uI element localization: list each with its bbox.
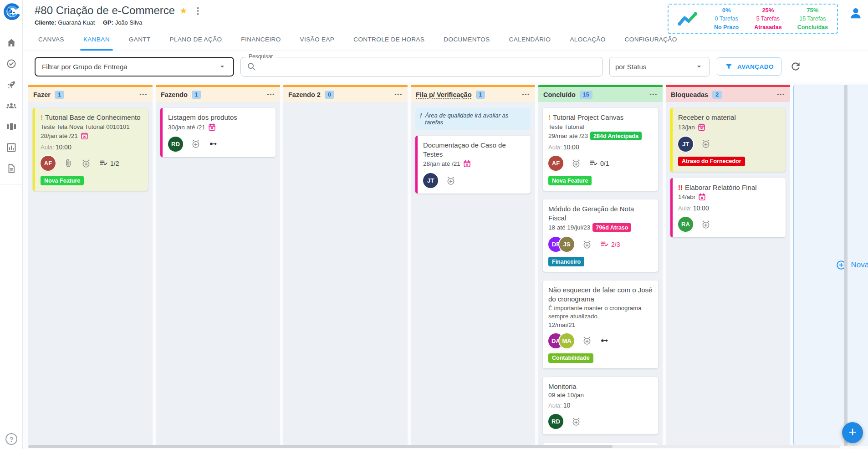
vertical-scrollbar[interactable] [844,85,848,446]
column-menu-button[interactable]: ••• [777,92,785,97]
tab-alocacao[interactable]: ALOCAÇÃO [569,29,606,51]
column-note: ! Área de qualidade irá avaliar as taref… [415,108,531,130]
gp-value: João Silva [115,19,143,26]
checklist-icon [600,240,609,249]
tab-canvas[interactable]: CANVAS [37,29,65,51]
aula-value: 10:00 [693,204,709,212]
calendar-x-icon [698,193,706,201]
priority-flag: ! [41,113,43,121]
column-header: Fila p/ Verificação 1 ••• [411,85,535,102]
tab-gantt[interactable]: GANTT [128,29,152,51]
search-input[interactable] [260,63,597,71]
add-task-fab[interactable]: + [842,422,863,443]
calendar-x-icon [80,132,89,140]
column-count-badge: 1 [192,91,201,99]
tag: Nova Feature [548,176,592,185]
app-logo-icon[interactable] [2,3,21,22]
advanced-filter-button[interactable]: AVANÇADO [717,57,781,76]
client-label: Cliente: [35,19,56,26]
task-card[interactable]: Monitoria 09 até 10/jan Aula:10 RD [543,377,658,435]
stat-done: 75% 15 Tarefas Concluídas [797,6,828,32]
alarm-add-icon[interactable] [582,336,592,346]
column-header: Fazendo 2 0 ••• [283,85,408,102]
column-count-badge: 1 [55,91,64,99]
tab-kanban[interactable]: KANBAN [82,29,111,51]
tab-configuracao[interactable]: CONFIGURAÇÃO [624,29,678,51]
task-card[interactable]: !Tutorial Project Canvas Teste Tutorial … [543,108,658,191]
home-icon[interactable] [6,37,17,48]
card-date: 18 até 19/jul/23 [548,224,590,231]
tab-controle-de-horas[interactable]: CONTROLE DE HORAS [352,29,425,51]
column-fazendo: Fazendo 1 ••• Listagem dos produtos 30/j… [156,85,280,445]
tab-calendario[interactable]: CALENDÁRIO [508,29,552,51]
column-menu-button[interactable]: ••• [394,92,403,97]
alarm-add-icon[interactable] [81,158,91,168]
dependency-icon [209,139,219,149]
favorite-star-icon[interactable]: ★ [179,5,187,16]
column-menu-button[interactable]: ••• [649,92,658,97]
aula-label: Aula: [678,205,692,212]
filter-bar: Filtrar por Grupo de Entrega Pesquisar p… [35,56,868,77]
tab-financeiro[interactable]: FINANCEIRO [240,29,281,51]
add-list-button[interactable]: Nova L [836,260,868,270]
card-title: Módulo de Geração de Nota Fiscal [548,204,653,222]
aula-value: 10:00 [56,143,71,151]
help-icon[interactable]: ? [5,433,17,445]
task-card[interactable]: !Tutorial Base de Conhecimento Teste Tel… [33,108,148,191]
checklist-count: 2/3 [600,240,620,249]
group-filter-select[interactable]: Filtrar por Grupo de Entrega [35,57,234,77]
task-card[interactable]: Não esquecer de falar com o José do cron… [543,281,658,368]
column-title: Concluído [543,91,576,98]
column-menu-button[interactable]: ••• [522,92,530,97]
tab-plano-de-acao[interactable]: PLANO DE AÇÃO [169,29,223,51]
alarm-add-icon[interactable] [446,176,456,186]
horizontal-scrollbar[interactable] [28,445,613,448]
avatar: AF [41,156,56,171]
user-avatar-icon[interactable] [848,6,863,20]
alarm-add-icon[interactable] [571,158,581,168]
more-options-icon[interactable]: ⋮ [192,5,204,16]
status-filter-select[interactable]: por Status [609,57,710,77]
checklist-count: 0/1 [589,158,609,168]
card-title: Tutorial Base de Conhecimento [45,113,141,121]
card-title: Listagem dos produtos [168,113,270,122]
alarm-add-icon[interactable] [582,240,592,250]
card-date: 09 até 10/jan [548,392,584,398]
column-header: Concluído 15 ••• [538,85,663,102]
task-card[interactable]: !!Elaborar Relatório Final 14/abr Aula:1… [670,178,786,238]
alarm-add-icon[interactable] [701,219,711,230]
rocket-icon[interactable] [6,79,17,90]
alarm-add-icon[interactable] [701,139,711,149]
team-icon[interactable] [6,100,17,111]
alarm-add-icon[interactable] [191,139,201,149]
column-menu-button[interactable]: ••• [139,92,148,97]
alarm-add-icon[interactable] [571,417,581,427]
card-date: 28/jan até /21 [41,133,78,139]
task-card[interactable]: Módulo de Geração de Nota Fiscal 18 até … [543,199,658,272]
carousel-icon[interactable] [6,121,17,132]
tab-visao-eap[interactable]: VISÃO EAP [299,29,336,51]
funnel-icon [725,62,733,71]
new-list-panel: Nova L [793,85,868,445]
bar-chart-icon[interactable] [6,142,17,153]
column-header: Fazer 1 ••• [28,85,153,102]
tab-documentos[interactable]: DOCUMENTOS [443,29,490,51]
task-card[interactable]: Receber o material 13/jan JT Atraso do F… [670,108,786,172]
task-card[interactable]: Listagem dos produtos 30/jan até /21 RD [160,108,276,157]
card-subtitle: Teste Tutorial [548,123,653,131]
column-title: Fazer [33,91,51,98]
calendar-x-icon [208,123,216,132]
main-area: #80 Criação de e-Commerce ★ ⋮ Cliente: G… [23,0,868,449]
task-card[interactable]: Documentaçao de Caso de Testes 28/jan at… [415,136,531,194]
check-circle-icon[interactable] [6,58,17,69]
search-field[interactable]: Pesquisar [240,57,603,77]
refresh-icon[interactable] [790,61,802,72]
card-title: Elaborar Relatório Final [685,184,757,191]
avatar: JT [678,137,693,152]
card-date: 12/mai/21 [548,321,575,328]
tag: Atraso do Fornecedor [678,157,745,166]
sidebar-divider [0,184,22,184]
document-icon[interactable] [6,163,17,174]
column-menu-button[interactable]: ••• [267,92,275,97]
column-count-badge: 0 [325,91,334,99]
